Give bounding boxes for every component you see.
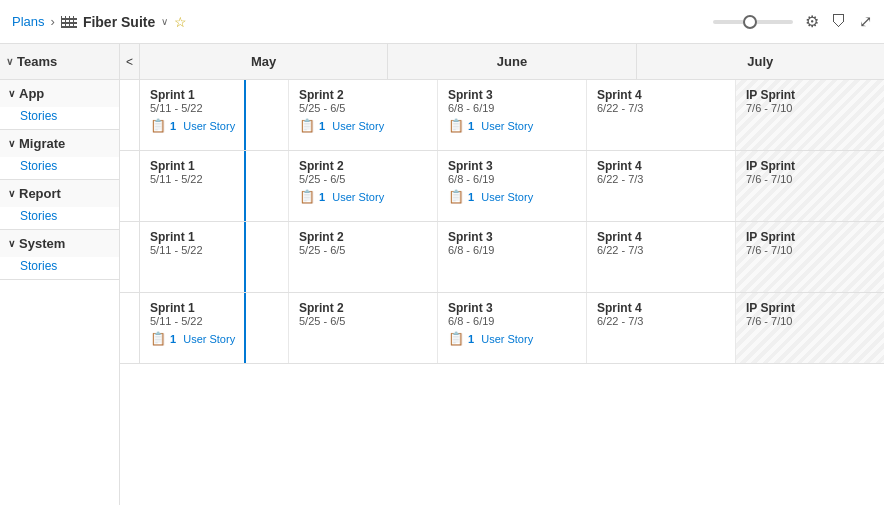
header-left: Plans › Fiber Suite ∨ ☆ [12, 14, 187, 30]
sprint-dates: 5/25 - 6/5 [299, 244, 427, 256]
sprint-name: Sprint 1 [150, 88, 278, 102]
sprint-cell: Sprint 25/25 - 6/5📋1 User Story [289, 80, 438, 150]
team-group-migrate: ∨ MigrateStories [0, 130, 119, 180]
sprint-name: Sprint 1 [150, 301, 278, 315]
sprint-cols-report: Sprint 15/11 - 5/22Sprint 25/25 - 6/5Spr… [140, 222, 884, 292]
teams-label: Teams [17, 54, 57, 69]
user-story[interactable]: 📋1 User Story [150, 118, 278, 133]
sprint-name: IP Sprint [746, 159, 874, 173]
sprint-cols-migrate: Sprint 15/11 - 5/22Sprint 25/25 - 6/5📋1 … [140, 151, 884, 221]
month-col-june: June [388, 44, 636, 79]
story-count: 1 [468, 333, 474, 345]
stories-link-report[interactable]: Stories [0, 207, 119, 229]
sprint-cell: Sprint 46/22 - 7/3 [587, 80, 736, 150]
sidebar-header: ∨ Teams [0, 44, 119, 80]
team-label-report[interactable]: ∨ Report [0, 180, 119, 207]
header-right: ⚙ ⛉ ⤢ [713, 12, 872, 31]
collapse-all-button[interactable]: ∨ Teams [6, 54, 57, 69]
sprint-dates: 6/8 - 6/19 [448, 315, 576, 327]
sprint-dates: 5/11 - 5/22 [150, 244, 278, 256]
breadcrumb: Plans › Fiber Suite ∨ ☆ [12, 14, 187, 30]
story-book-icon: 📋 [299, 118, 315, 133]
sprint-name: Sprint 4 [597, 88, 725, 102]
team-row-migrate: Sprint 15/11 - 5/22Sprint 25/25 - 6/5📋1 … [120, 151, 884, 222]
sprint-cell: IP Sprint7/6 - 7/10 [736, 151, 884, 221]
chevron-down-icon[interactable]: ∨ [161, 16, 168, 27]
team-label-system[interactable]: ∨ System [0, 230, 119, 257]
sprint-row-report: Sprint 15/11 - 5/22Sprint 25/25 - 6/5Spr… [120, 222, 884, 292]
sprint-name: IP Sprint [746, 301, 874, 315]
team-group-report: ∨ ReportStories [0, 180, 119, 230]
expand-icon[interactable]: ⤢ [859, 12, 872, 31]
sprint-cell: Sprint 15/11 - 5/22📋1 User Story [140, 80, 289, 150]
sprint-name: Sprint 4 [597, 301, 725, 315]
calendar-body: Sprint 15/11 - 5/22📋1 User StorySprint 2… [120, 80, 884, 505]
zoom-slider[interactable] [713, 20, 793, 24]
filter-icon[interactable]: ⛉ [831, 13, 847, 31]
story-book-icon: 📋 [448, 331, 464, 346]
sprint-row-app: Sprint 15/11 - 5/22📋1 User StorySprint 2… [120, 80, 884, 150]
calendar-header: < MayTodayJuneJuly [120, 44, 884, 80]
sprint-dates: 7/6 - 7/10 [746, 102, 874, 114]
story-count: 1 [170, 120, 176, 132]
story-count: 1 [468, 191, 474, 203]
user-story[interactable]: 📋1 User Story [448, 189, 576, 204]
sprint-cell: Sprint 46/22 - 7/3 [587, 293, 736, 363]
user-story[interactable]: 📋1 User Story [448, 331, 576, 346]
user-story[interactable]: 📋1 User Story [150, 331, 278, 346]
stories-link-migrate[interactable]: Stories [0, 157, 119, 179]
sprint-dates: 5/11 - 5/22 [150, 315, 278, 327]
sprint-cell: Sprint 25/25 - 6/5📋1 User Story [289, 151, 438, 221]
plans-link[interactable]: Plans [12, 14, 45, 29]
chevron-icon: ∨ [8, 188, 15, 199]
story-book-icon: 📋 [150, 118, 166, 133]
story-count: 1 [319, 120, 325, 132]
sprint-col-nav [120, 293, 140, 363]
sprint-cell: Sprint 36/8 - 6/19📋1 User Story [438, 80, 587, 150]
back-button[interactable]: < [126, 55, 133, 69]
sprint-dates: 6/22 - 7/3 [597, 102, 725, 114]
story-book-icon: 📋 [448, 189, 464, 204]
team-label-app[interactable]: ∨ App [0, 80, 119, 107]
collapse-chevron: ∨ [6, 56, 13, 67]
team-label-migrate[interactable]: ∨ Migrate [0, 130, 119, 157]
sidebar: ∨ Teams ∨ AppStories∨ MigrateStories∨ Re… [0, 44, 120, 505]
settings-icon[interactable]: ⚙ [805, 12, 819, 31]
sprint-name: Sprint 3 [448, 301, 576, 315]
sprint-dates: 7/6 - 7/10 [746, 315, 874, 327]
grid-icon [61, 16, 77, 28]
story-label: User Story [478, 120, 533, 132]
team-row-system: Sprint 15/11 - 5/22📋1 User StorySprint 2… [120, 293, 884, 364]
month-columns: MayTodayJuneJuly [140, 44, 884, 79]
sprint-cell: Sprint 36/8 - 6/19📋1 User Story [438, 151, 587, 221]
sprint-name: Sprint 4 [597, 230, 725, 244]
sprint-cell: Sprint 46/22 - 7/3 [587, 222, 736, 292]
sprint-name: IP Sprint [746, 230, 874, 244]
user-story[interactable]: 📋1 User Story [299, 118, 427, 133]
user-story[interactable]: 📋1 User Story [448, 118, 576, 133]
chevron-icon: ∨ [8, 138, 15, 149]
sprint-cell: Sprint 25/25 - 6/5 [289, 293, 438, 363]
stories-link-system[interactable]: Stories [0, 257, 119, 279]
header: Plans › Fiber Suite ∨ ☆ ⚙ ⛉ ⤢ [0, 0, 884, 44]
chevron-icon: ∨ [8, 238, 15, 249]
breadcrumb-sep: › [51, 14, 55, 29]
story-book-icon: 📋 [299, 189, 315, 204]
sprint-name: Sprint 2 [299, 159, 427, 173]
sprint-cell: Sprint 36/8 - 6/19 [438, 222, 587, 292]
user-story[interactable]: 📋1 User Story [299, 189, 427, 204]
sprint-name: Sprint 3 [448, 230, 576, 244]
team-row-report: Sprint 15/11 - 5/22Sprint 25/25 - 6/5Spr… [120, 222, 884, 293]
stories-link-app[interactable]: Stories [0, 107, 119, 129]
sprint-cols-app: Sprint 15/11 - 5/22📋1 User StorySprint 2… [140, 80, 884, 150]
story-label: User Story [329, 191, 384, 203]
sprint-cell: Sprint 15/11 - 5/22 [140, 151, 289, 221]
sprint-col-nav [120, 222, 140, 292]
sprint-dates: 6/8 - 6/19 [448, 173, 576, 185]
story-book-icon: 📋 [150, 331, 166, 346]
sprint-cell: Sprint 36/8 - 6/19📋1 User Story [438, 293, 587, 363]
star-icon[interactable]: ☆ [174, 14, 187, 30]
calendar: < MayTodayJuneJuly Sprint 15/11 - 5/22📋1… [120, 44, 884, 505]
sprint-dates: 6/22 - 7/3 [597, 173, 725, 185]
sprint-row-migrate: Sprint 15/11 - 5/22Sprint 25/25 - 6/5📋1 … [120, 151, 884, 221]
